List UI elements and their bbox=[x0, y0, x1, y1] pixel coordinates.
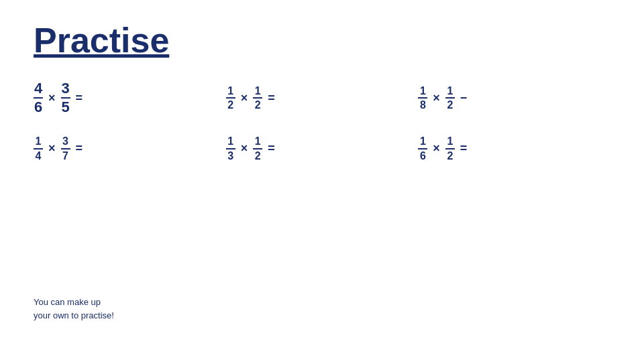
fraction-5b: 1 2 bbox=[253, 135, 262, 162]
equals-1: = bbox=[76, 91, 83, 105]
fraction-1a: 4 6 bbox=[34, 80, 43, 115]
fraction-1b: 3 5 bbox=[61, 80, 70, 115]
fraction-4a: 1 4 bbox=[34, 135, 43, 162]
fraction-6b: 1 2 bbox=[445, 135, 455, 162]
times-2: × bbox=[241, 91, 248, 105]
times-6: × bbox=[433, 141, 440, 156]
problems-grid: 4 6 × 3 5 = 1 2 × 1 2 = bbox=[34, 80, 610, 162]
problem-6: 1 6 × 1 2 = bbox=[418, 135, 610, 162]
equals-6: = bbox=[460, 141, 468, 156]
fraction-6a: 1 6 bbox=[418, 135, 427, 162]
times-3: × bbox=[433, 91, 440, 105]
fraction-3a: 1 8 bbox=[418, 85, 427, 111]
page-title: Practise bbox=[34, 20, 610, 60]
times-5: × bbox=[241, 141, 248, 156]
trailing-3: − bbox=[460, 91, 468, 105]
equals-4: = bbox=[76, 141, 83, 156]
problem-4: 1 4 × 3 7 = bbox=[34, 135, 226, 162]
fraction-4b: 3 7 bbox=[61, 135, 70, 162]
note-line2: your own to practise! bbox=[34, 309, 114, 322]
problem-5: 1 3 × 1 2 = bbox=[226, 135, 419, 162]
equals-5: = bbox=[268, 141, 275, 156]
problem-1: 4 6 × 3 5 = bbox=[34, 80, 226, 115]
fraction-2b: 1 2 bbox=[253, 85, 262, 111]
note-line1: You can make up bbox=[34, 296, 114, 309]
fraction-5a: 1 3 bbox=[226, 135, 235, 162]
page: Practise 4 6 × 3 5 = 1 2 × 1 2 bbox=[0, 0, 644, 362]
times-4: × bbox=[48, 141, 56, 156]
times-1: × bbox=[48, 91, 56, 105]
problem-2: 1 2 × 1 2 = bbox=[226, 80, 419, 115]
note: You can make up your own to practise! bbox=[34, 296, 114, 322]
fraction-3b: 1 2 bbox=[445, 85, 455, 111]
fraction-2a: 1 2 bbox=[226, 85, 235, 111]
problem-3: 1 8 × 1 2 − bbox=[418, 80, 610, 115]
equals-2: = bbox=[268, 91, 275, 105]
